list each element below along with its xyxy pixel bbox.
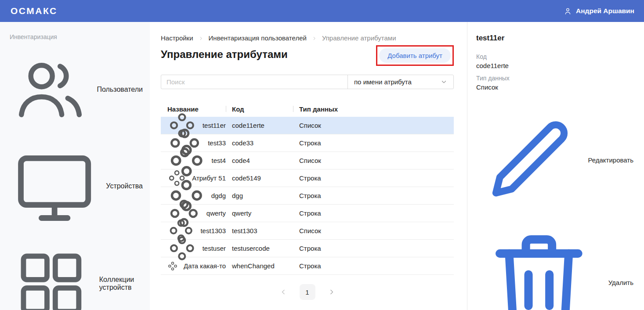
title-row: Управление атрибутами Добавить атрибут (161, 48, 454, 71)
details-title: test11er (476, 34, 633, 43)
chevron-down-icon (440, 78, 448, 86)
attribute-code-cell: test1303 (226, 227, 293, 234)
delete-action-label: Удалить (608, 279, 633, 286)
breadcrumb: НастройкиИнвентаризация пользователейУпр… (161, 34, 454, 42)
attribute-type-cell: Строка (293, 174, 454, 182)
table-row[interactable]: test4code4Список (161, 152, 454, 169)
breadcrumb-item[interactable]: Инвентаризация пользователей (209, 34, 307, 42)
pencil-icon (476, 108, 581, 213)
app-root: ОСМАКС Андрей Аршавин ИнвентаризацияПоль… (0, 0, 644, 310)
attribute-code-cell: code5149 (226, 174, 293, 182)
sidebar-item-device-collections[interactable]: Коллекции устройств (10, 242, 143, 310)
sidebar-nav: ИнвентаризацияПользователиУстройстваКолл… (0, 22, 150, 310)
details-panel: test11er Кодcode11erteТип данныхСписок Р… (467, 22, 644, 310)
delete-action[interactable]: Удалить (476, 220, 633, 310)
attribute-name: qwerty (206, 209, 226, 217)
annotation-red-box: Добавить атрибут (376, 45, 454, 66)
detail-field-value: Список (476, 83, 633, 91)
search-input[interactable] (161, 75, 347, 89)
details-actions: РедактироватьУдалить (476, 108, 633, 310)
sidebar-section: ИнвентаризацияПользователиУстройстваКолл… (10, 33, 143, 310)
attribute-name: Дата какая-то (184, 262, 226, 270)
detail-field-label: Тип данных (476, 75, 633, 82)
pagination: 1 (161, 284, 454, 300)
main-content: НастройкиИнвентаризация пользователейУпр… (150, 22, 467, 310)
breadcrumb-separator-icon (198, 35, 204, 41)
sidebar-item-devices[interactable]: Устройства (10, 141, 143, 231)
attribute-type-cell: Строка (293, 209, 454, 217)
attribute-code-cell: code33 (226, 139, 293, 147)
page-body: ИнвентаризацияПользователиУстройстваКолл… (0, 22, 644, 310)
sidebar-item-label: Пользователи (97, 86, 143, 94)
attribute-name: test4 (211, 157, 226, 164)
attribute-type-cell: Строка (293, 245, 454, 252)
attributes-table: НазваниеКодТип данныхtest11ercode11erteС… (161, 101, 454, 275)
table-row[interactable]: testusertestusercodeСтрока (161, 240, 454, 257)
attribute-icon (167, 234, 197, 263)
table-column-header: Тип данных (293, 105, 454, 113)
edit-action-label: Редактировать (588, 156, 633, 164)
breadcrumb-separator-icon (311, 35, 317, 41)
table-column-header: Код (226, 105, 293, 113)
attribute-type-cell: Строка (293, 192, 454, 199)
monitor-icon (10, 141, 99, 231)
attribute-type-cell: Строка (293, 139, 454, 147)
detail-field: Тип данныхСписок (476, 75, 633, 91)
search-filter-dropdown[interactable]: по имени атрибута (347, 75, 453, 89)
search-filter-value: по имени атрибута (354, 78, 412, 86)
search-bar: по имени атрибута (161, 75, 454, 89)
sidebar-item-label: Коллекции устройств (99, 276, 143, 292)
grid-icon (10, 242, 93, 310)
attribute-code-cell: dgg (226, 192, 293, 199)
detail-field: Кодcode11erte (476, 53, 633, 69)
page-title: Управление атрибутами (161, 48, 288, 61)
attribute-name-cell: Дата какая-то (161, 261, 226, 271)
add-attribute-button[interactable]: Добавить атрибут (379, 48, 451, 63)
attribute-type-cell: Список (293, 227, 454, 234)
prev-page-icon[interactable] (279, 288, 288, 296)
breadcrumb-item[interactable]: Настройки (161, 34, 193, 42)
sidebar-item-users[interactable]: Пользователи (10, 49, 143, 130)
trash-icon (476, 220, 602, 310)
sidebar-item-label: Устройства (106, 182, 143, 190)
detail-field-value: code11erte (476, 62, 633, 69)
user-name: Андрей Аршавин (576, 7, 634, 15)
person-icon (564, 7, 572, 15)
users-icon (10, 49, 90, 130)
attribute-type-cell: Список (293, 122, 454, 129)
attribute-code-cell: code4 (226, 157, 293, 164)
top-header-bar: ОСМАКС Андрей Аршавин (0, 0, 644, 22)
attribute-name-cell: testuser (161, 234, 226, 263)
table-column-header: Название (161, 105, 226, 113)
attribute-code-cell: qwerty (226, 209, 293, 217)
attribute-code-cell: testusercode (226, 245, 293, 252)
sidebar-section-label: Инвентаризация (10, 33, 143, 40)
details-fields: Кодcode11erteТип данныхСписок (476, 53, 633, 91)
attribute-code-cell: whenChanged (226, 262, 293, 270)
next-page-icon[interactable] (327, 288, 336, 296)
page-number-button[interactable]: 1 (300, 284, 315, 300)
attribute-code-cell: code11erte (226, 122, 293, 129)
attribute-type-cell: Список (293, 157, 454, 164)
breadcrumb-item: Управление атрибутами (322, 34, 396, 42)
attribute-icon (167, 261, 178, 271)
attribute-type-cell: Строка (293, 262, 454, 270)
attribute-name: testuser (203, 245, 226, 252)
user-menu[interactable]: Андрей Аршавин (564, 7, 634, 15)
app-logo: ОСМАКС (11, 6, 58, 16)
edit-action[interactable]: Редактировать (476, 108, 633, 213)
detail-field-label: Код (476, 53, 633, 60)
